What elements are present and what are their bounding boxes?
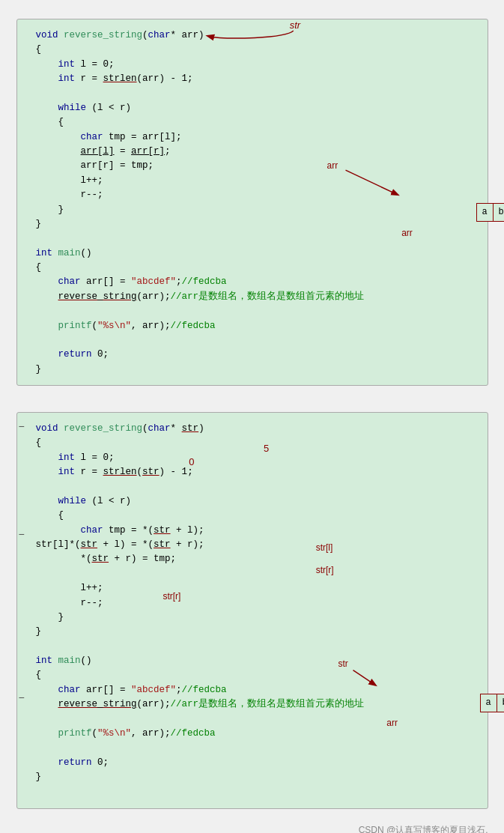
code-line: char arr[] = "abcdef";//fedcba — [36, 683, 480, 697]
array-box-2: a b c d e f \0 — [480, 694, 505, 712]
code-line: { — [36, 115, 480, 130]
code-line: } — [36, 217, 480, 231]
code-line: void reverse_string(char* arr) — [36, 28, 480, 43]
code-content-1: void reverse_string(char* arr) { int l =… — [25, 25, 480, 377]
code-line: char tmp = *(str + l); — [36, 524, 480, 538]
code-line — [36, 640, 480, 654]
code-line: l++; — [36, 581, 480, 596]
code-block-2: − − − 5 0 str[l] str[r] str[r] str arr v… — [16, 412, 488, 809]
code-line: r--; — [36, 188, 480, 202]
code-line: { — [36, 436, 480, 450]
code-line: } — [36, 203, 480, 217]
footer: CSDN @认真写博客的夏目浅石. — [16, 824, 488, 833]
code-line: int l = 0; — [36, 451, 480, 465]
code-line: return 0; — [36, 348, 480, 362]
collapse-icon-2[interactable]: − — [19, 527, 25, 543]
code-line: while (l < r) — [36, 101, 480, 115]
code-line: { — [36, 668, 480, 682]
code-line: { — [36, 509, 480, 523]
code-line: while (l < r) — [36, 494, 480, 509]
code-line — [36, 304, 480, 318]
code-block-1: str arr arr void reverse_string(char* ar… — [16, 19, 488, 386]
code-line: arr[l] = arr[r]; — [36, 145, 480, 159]
code-line — [36, 567, 480, 581]
code-line: l++; — [36, 174, 480, 188]
code-line — [36, 712, 480, 727]
code-line: int l = 0; — [36, 58, 480, 72]
code-line: reverse_string(arr);//arr是数组名，数组名是数组首元素的… — [36, 290, 480, 304]
code-line: int r = strlen(arr) - 1; — [36, 72, 480, 86]
code-line — [36, 231, 480, 246]
code-line: int r = strlen(str) - 1; — [36, 465, 480, 479]
code-line: } — [36, 625, 480, 639]
code-content-2: void reverse_string(char* str) { int l =… — [25, 419, 480, 784]
code-line: str[l]*(str + l) = *(str + r); — [36, 538, 480, 552]
code-line: void reverse_string(char* str) — [36, 422, 480, 436]
collapse-icon-1[interactable]: − — [19, 419, 25, 435]
code-line: char arr[] = "abcdef";//fedcba — [36, 275, 480, 289]
array-cell: b — [497, 694, 505, 712]
code-line: char tmp = arr[l]; — [36, 130, 480, 145]
array-cell: b — [494, 204, 505, 221]
code-line: int main() — [36, 654, 480, 668]
code-line: printf("%s\n", arr);//fedcba — [36, 319, 480, 333]
array-cell: a — [477, 204, 494, 221]
code-line — [36, 480, 480, 494]
collapse-icon-3[interactable]: − — [19, 690, 25, 706]
code-line: *(str + r) = tmp; — [36, 552, 480, 566]
code-line: reverse_string(arr);//arr是数组名，数组名是数组首元素的… — [36, 697, 480, 712]
code-line: printf("%s\n", arr);//fedcba — [36, 727, 480, 741]
code-line: int main() — [36, 246, 480, 261]
array-box-1: a b c d e f \0 — [476, 203, 505, 222]
code-line — [36, 87, 480, 101]
code-line: arr[r] = tmp; — [36, 159, 480, 173]
code-line: return 0; — [36, 756, 480, 770]
code-line: { — [36, 261, 480, 275]
code-line — [36, 333, 480, 348]
code-line: } — [36, 770, 480, 784]
code-line: r--; — [36, 596, 480, 611]
array-cell: a — [481, 694, 497, 712]
footer-text: CSDN @认真写博客的夏目浅石. — [359, 825, 488, 833]
code-line: { — [36, 43, 480, 57]
code-line: } — [36, 611, 480, 625]
code-line — [36, 741, 480, 755]
code-line: } — [36, 363, 480, 377]
